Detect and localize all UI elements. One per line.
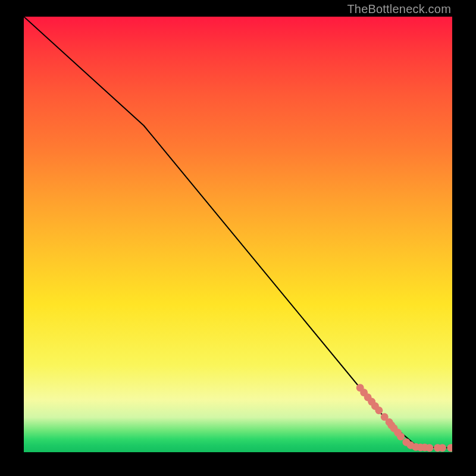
data-point (425, 444, 433, 452)
data-point (397, 433, 405, 440)
watermark-text: TheBottleneck.com (347, 2, 451, 16)
plot-svg (24, 17, 452, 452)
plot-area (24, 17, 452, 452)
data-point (439, 444, 446, 452)
line-layer (24, 17, 452, 448)
data-point (375, 406, 383, 414)
data-point (447, 444, 452, 452)
scatter-layer (356, 384, 452, 452)
chart-frame: TheBottleneck.com (0, 0, 476, 476)
bottleneck-curve (24, 17, 452, 448)
